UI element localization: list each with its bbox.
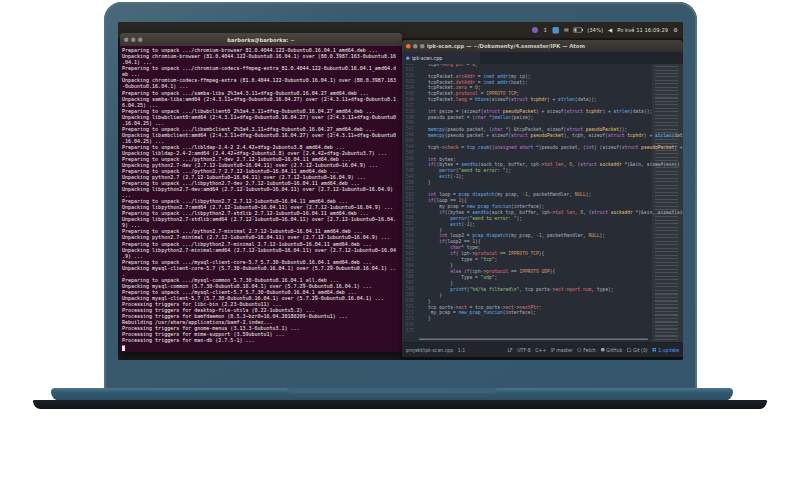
- status-cursor-position[interactable]: 1:1: [458, 347, 465, 353]
- status-file-path[interactable]: projekt/ipk-scan.cpp: [406, 347, 453, 353]
- session-gear-icon[interactable]: ⚙: [673, 27, 678, 33]
- file-modified-icon: [406, 56, 410, 60]
- horizontal-scrollbar[interactable]: [419, 339, 648, 341]
- line-number: 575: [402, 327, 417, 333]
- network-icon[interactable]: ↕: [543, 27, 548, 33]
- status-line-ending[interactable]: LF: [507, 347, 512, 353]
- code-line: 575: [402, 327, 683, 333]
- minimap[interactable]: [652, 64, 683, 342]
- terminal-output[interactable]: Preparing to unpack .../chromium-browser…: [120, 46, 402, 352]
- github-icon: [600, 348, 605, 353]
- laptop-bottom-edge: [33, 400, 767, 409]
- code-editor[interactable]: 530 tcph->urg_ptr = 0;531532 tcpPacket.s…: [402, 64, 683, 342]
- status-encoding[interactable]: UTF-8: [517, 347, 531, 353]
- atom-titlebar[interactable]: ipk-scan.cpp — ~/Dokumenty/4.semester/IP…: [402, 40, 683, 52]
- terminal-line: Preparing to unpack .../samba-libs_2%3a4…: [122, 90, 400, 96]
- code-line: 544 tcph->check = tcp_csum((unsigned sho…: [402, 144, 683, 150]
- terminal-line: Unpacking mysql-client-core-5.7 (5.7.30-…: [122, 265, 400, 271]
- status-language[interactable]: C++: [535, 347, 546, 353]
- terminal-titlebar[interactable]: barborka@barborka: ~: [120, 33, 402, 46]
- terminal-line: Preparing to unpack .../libpython2.7-min…: [122, 241, 400, 247]
- volume-icon[interactable]: ◀: [608, 27, 612, 33]
- terminal-line: Processing triggers for man-db (2.7.5-1)…: [122, 337, 400, 343]
- git-branch-icon: [551, 347, 555, 352]
- atom-title: ipk-scan.cpp — ~/Dokumenty/4.semester/IP…: [427, 43, 585, 49]
- terminal-line: Unpacking samba-libs:amd64 (2:4.3.11+dfs…: [122, 96, 400, 102]
- atom-close-button[interactable]: [406, 44, 411, 49]
- tab-ipk-scan[interactable]: ipk-scan.cpp: [402, 52, 480, 64]
- atom-window: ipk-scan.cpp — ~/Dokumenty/4.semester/IP…: [402, 40, 683, 357]
- laptop-mockup: ↕ ✉ (34%) ◀ Po kvě 11 16:09:29 ⚙ barbo: [0, 0, 800, 477]
- status-github[interactable]: GitHub: [600, 347, 622, 353]
- terminal-line: Preparing to unpack .../chromium-codecs-…: [122, 66, 400, 72]
- mail-icon[interactable]: ✉: [564, 27, 569, 33]
- atom-status-bar: projekt/ipk-scan.cpp 1:1 LF UTF-8 C++ ma…: [402, 342, 683, 357]
- sync-icon: [577, 348, 582, 353]
- package-update-icon: [652, 348, 657, 353]
- laptop-screen: ↕ ✉ (34%) ◀ Po kvě 11 16:09:29 ⚙ barbo: [118, 22, 683, 360]
- status-branch[interactable]: master: [551, 347, 573, 353]
- terminal-cursor: [122, 345, 125, 351]
- terminal-line: Unpacking libpython2.7-dev:amd64 (2.7.12…: [122, 186, 400, 192]
- terminal-window: barborka@barborka: ~ Preparing to unpack…: [120, 33, 402, 352]
- tab-label: ipk-scan.cpp: [412, 55, 442, 61]
- git-diff-icon: [627, 348, 632, 353]
- terminal-line: Unpacking python2.7-minimal (2.7.12-1ubu…: [122, 235, 400, 241]
- terminal-line: Unpacking python2.7-dev (2.7.12-1ubuntu0…: [122, 162, 400, 168]
- laptop-base-notch: [287, 388, 497, 393]
- status-updates[interactable]: 1 update: [652, 347, 679, 353]
- terminal-title: barborka@barborka: ~: [120, 37, 402, 43]
- laptop-lid: ↕ ✉ (34%) ◀ Po kvě 11 16:09:29 ⚙ barbo: [104, 2, 697, 390]
- code-line: 542 memcpy(pseudo_packet + sizeof(struct…: [402, 132, 683, 138]
- app-indicator-icon[interactable]: [532, 27, 538, 33]
- terminal-line: Unpacking python2.7 (2.7.12-1ubuntu0~16.…: [122, 174, 400, 180]
- desktop: ↕ ✉ (34%) ◀ Po kvě 11 16:09:29 ⚙ barbo: [118, 22, 683, 360]
- terminal-line: Unpacking libpython2.7-minimal:amd64 (2.…: [122, 247, 400, 253]
- keyboard-indicator-icon[interactable]: [553, 27, 560, 34]
- clock[interactable]: Po kvě 11 16:09:29: [617, 27, 668, 33]
- atom-minimize-button[interactable]: [413, 44, 418, 49]
- battery-percent: (34%): [587, 27, 603, 33]
- terminal-line: Unpacking libpython2.7-stdlib:amd64 (2.7…: [122, 217, 400, 223]
- terminal-line: Unpacking chromium-browser (81.0.4044.12…: [122, 54, 400, 60]
- battery-icon[interactable]: [574, 28, 583, 33]
- status-fetch[interactable]: Fetch: [577, 347, 596, 353]
- status-git[interactable]: Git (0): [627, 347, 648, 353]
- atom-tab-bar: ipk-scan.cpp: [402, 52, 683, 64]
- atom-maximize-button[interactable]: [420, 44, 425, 49]
- terminal-line: Preparing to unpack .../libpython2.7-dev…: [122, 180, 400, 186]
